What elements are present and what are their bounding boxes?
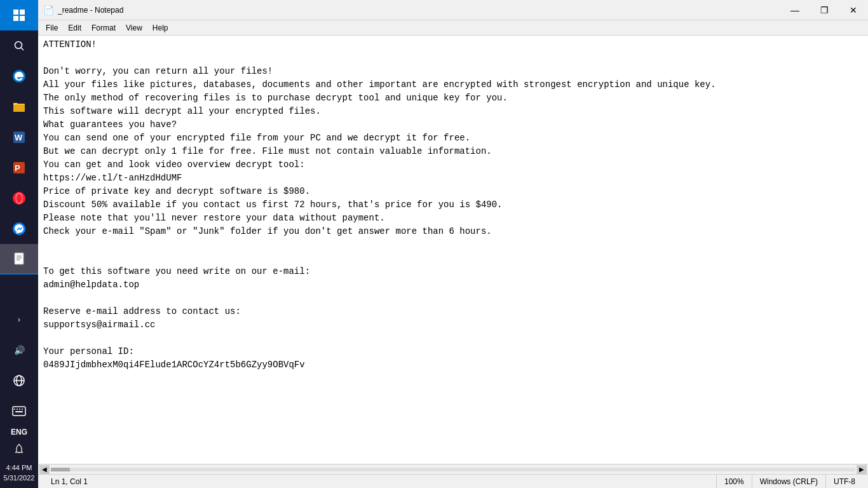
maximize-button[interactable]: ❐	[810, 0, 839, 20]
scrollbar-thumb[interactable]	[51, 468, 70, 471]
line-ending: Windows (CRLF)	[752, 475, 825, 488]
editor-area[interactable]: ATTENTION! Don't worry, you can return a…	[38, 36, 868, 464]
taskbar: W P › 🔊	[0, 0, 38, 488]
scroll-left-button[interactable]: ◀	[39, 465, 50, 474]
zoom-level: 100%	[716, 475, 752, 488]
menu-help[interactable]: Help	[147, 21, 173, 35]
main-area: 📄 _readme - Notepad — ❐ ✕ File Edit Form…	[38, 0, 868, 488]
title-bar: 📄 _readme - Notepad — ❐ ✕	[38, 0, 868, 20]
clock[interactable]: 4:44 PM 5/31/2022	[3, 461, 36, 485]
keyboard-icon[interactable]	[0, 396, 38, 426]
menu-file[interactable]: File	[41, 21, 63, 35]
scrollbar-track[interactable]	[51, 468, 855, 471]
scroll-right-button[interactable]: ▶	[857, 465, 867, 474]
expand-button[interactable]: ›	[0, 304, 38, 335]
cursor-position: Ln 1, Col 1	[43, 475, 95, 488]
word-icon[interactable]: W	[0, 122, 38, 152]
notepad-taskbar-icon[interactable]	[0, 244, 38, 274]
svg-text:W: W	[15, 133, 23, 142]
title-bar-controls: — ❐ ✕	[780, 0, 868, 20]
menu-edit[interactable]: Edit	[63, 21, 86, 35]
explorer-icon[interactable]	[0, 92, 38, 122]
svg-line-1	[21, 48, 24, 50]
edge-icon[interactable]	[0, 61, 38, 92]
horizontal-scrollbar[interactable]: ◀ ▶	[38, 464, 868, 474]
svg-text:P: P	[15, 163, 20, 173]
window-title: _readme - Notepad	[58, 6, 123, 15]
editor-content[interactable]: ATTENTION! Don't worry, you can return a…	[43, 38, 865, 372]
status-bar: Ln 1, Col 1 100% Windows (CRLF) UTF-8	[38, 474, 868, 488]
encoding: UTF-8	[825, 475, 863, 488]
title-bar-left: 📄 _readme - Notepad	[38, 5, 123, 15]
globe-icon[interactable]	[0, 365, 38, 396]
volume-icon[interactable]: 🔊	[0, 335, 38, 365]
search-button[interactable]	[0, 30, 38, 61]
notepad-icon: 📄	[43, 5, 54, 15]
svg-point-25	[18, 444, 20, 445]
taskbar-bottom: › 🔊 ENG	[0, 304, 38, 488]
svg-rect-11	[15, 253, 24, 264]
menu-view[interactable]: View	[121, 21, 147, 35]
menu-bar: File Edit Format View Help	[38, 20, 868, 36]
notification-button[interactable]	[0, 438, 38, 461]
opera-icon[interactable]	[0, 183, 38, 214]
messenger-icon[interactable]	[0, 214, 38, 244]
start-button[interactable]	[0, 0, 38, 30]
minimize-button[interactable]: —	[780, 0, 810, 20]
menu-format[interactable]: Format	[86, 21, 121, 35]
close-button[interactable]: ✕	[839, 0, 868, 20]
svg-point-0	[15, 42, 22, 49]
powerpoint-icon[interactable]: P	[0, 152, 38, 183]
notepad-window: 📄 _readme - Notepad — ❐ ✕ File Edit Form…	[38, 0, 868, 488]
language-indicator[interactable]: ENG	[11, 426, 27, 438]
svg-point-8	[13, 192, 25, 205]
